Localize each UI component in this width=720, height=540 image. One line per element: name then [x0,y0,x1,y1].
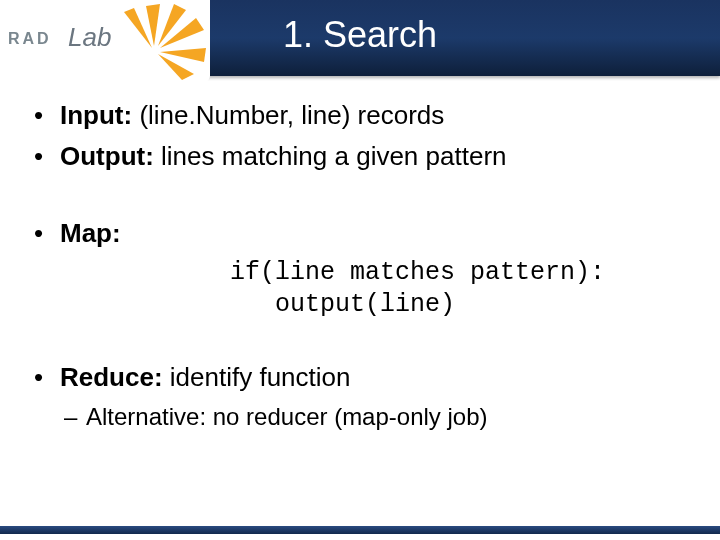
input-text: (line.Number, line) records [132,100,444,130]
logo-lab-text: Lab [68,22,111,53]
code-block: if(line matches pattern): output(line) [230,257,690,320]
rad-lab-logo: RAD Lab [0,0,210,82]
bullet-reduce: • Reduce: identify function [30,360,690,395]
slide-header: 1. Search RAD Lab [0,0,720,76]
bullet-output: • Output: lines matching a given pattern [30,139,690,174]
bullet-input: • Input: (line.Number, line) records [30,98,690,133]
footer-bar [0,526,720,534]
reduce-label: Reduce: [60,362,163,392]
sunburst-icon [116,4,206,80]
alternative-text: Alternative: no reducer (map-only job) [86,401,488,433]
output-label: Output: [60,141,154,171]
bullet-map: • Map: [30,216,690,251]
logo-rad-text: RAD [8,30,52,48]
sub-bullet-alternative: – Alternative: no reducer (map-only job) [64,401,690,433]
code-line-1: if(line matches pattern): [230,258,605,287]
map-label: Map: [60,218,121,248]
reduce-text: identify function [163,362,351,392]
output-text: lines matching a given pattern [154,141,507,171]
slide-body: • Input: (line.Number, line) records • O… [0,76,720,433]
input-label: Input: [60,100,132,130]
code-line-2: output(line) [230,290,455,319]
